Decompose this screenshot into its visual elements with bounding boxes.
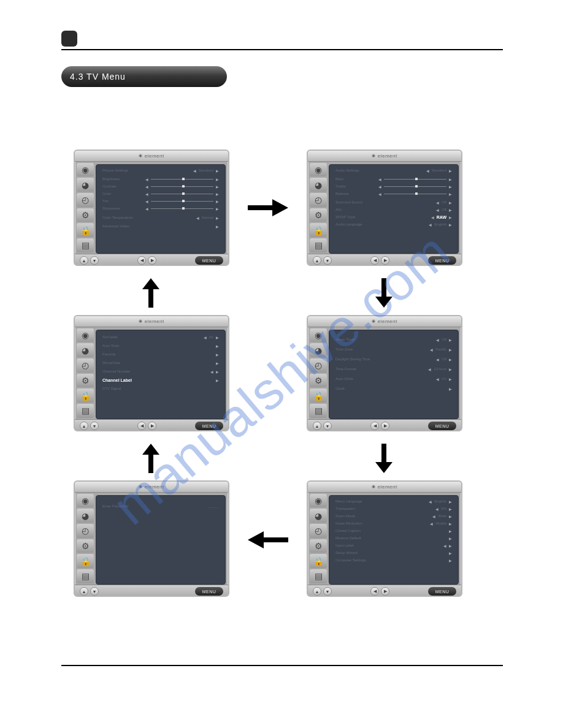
- channel-label-row: Channel Label: [102, 378, 132, 382]
- channel-tab-icon[interactable]: ▤: [77, 238, 94, 252]
- arrow-down-icon: [372, 276, 396, 310]
- setup-tab-icon[interactable]: ⚙: [77, 208, 94, 222]
- nav-up-icon[interactable]: ▲: [80, 256, 88, 265]
- instruction-line-2: Press ▲/▼ to select the item.: [61, 115, 503, 132]
- screen-setup: element ◉◕◴⚙🔒▤ Menu Language◀English▶ Tr…: [307, 480, 462, 597]
- nav-left-icon[interactable]: ◀: [137, 256, 146, 265]
- header-title: Advanced Features: [83, 32, 185, 45]
- screen-time: element ◉◕◴⚙🔒▤ Sleep Timer◀Off▶ Time Zon…: [307, 315, 462, 431]
- sidebar: ◉ ◕ ◴ ⚙ 🔒 ▤: [75, 162, 96, 254]
- arrow-up-icon: [139, 441, 163, 476]
- footer-divider: [61, 665, 503, 666]
- parental-tab-icon[interactable]: 🔒: [77, 223, 94, 237]
- nav-right-icon[interactable]: ▶: [148, 256, 156, 265]
- page-number: 28: [61, 671, 71, 681]
- down-arrow-icon: ▼: [98, 118, 107, 129]
- diagram-canvas: element ◉ ◕ ◴ ⚙ 🔒 ▤ Picture Settings◀Sta…: [61, 143, 503, 609]
- arrow-up-icon: [139, 276, 163, 310]
- arrow-right-icon: [245, 195, 291, 220]
- menu-panel: Picture Settings◀Standard▶ Brightness◀▶ …: [96, 164, 226, 254]
- audio-tab-icon[interactable]: ◕: [77, 178, 94, 192]
- screen-audio: element ◉◕◴⚙🔒▤ Audio Settings◀Standard▶ …: [307, 150, 462, 266]
- spdif-value: RAW: [437, 215, 446, 219]
- page-header: Advanced Features: [61, 31, 503, 47]
- instruction-line-1: Press MENU to display the main menu.: [61, 100, 503, 114]
- header-bullet-icon: [61, 31, 77, 47]
- brand-logo: element: [139, 153, 164, 159]
- screen-channel: element ◉◕◴⚙🔒▤ Air/Cable◀Air▶ Auto Scan▶…: [74, 315, 229, 431]
- instructions: Press MENU to display the main menu. Pre…: [61, 100, 503, 132]
- up-arrow-icon: ▲: [86, 118, 95, 129]
- screen-parental: element ◉◕◴⚙🔒▤ Enter Password_ _ _ _ ▲▼ …: [74, 480, 229, 597]
- screen-picture: element ◉ ◕ ◴ ⚙ 🔒 ▤ Picture Settings◀Sta…: [74, 150, 229, 266]
- arrow-left-icon: [245, 528, 291, 552]
- time-tab-icon[interactable]: ◴: [77, 193, 94, 207]
- nav-down-icon[interactable]: ▼: [90, 256, 99, 265]
- header-divider: [61, 49, 503, 50]
- picture-tab-icon[interactable]: ◉: [77, 163, 94, 177]
- menu-button[interactable]: MENU: [195, 256, 223, 265]
- arrow-down-icon: [372, 441, 396, 476]
- section-title: 4.3 TV Menu: [61, 66, 227, 87]
- page-content: Advanced Features 4.3 TV Menu Press MENU…: [61, 31, 503, 609]
